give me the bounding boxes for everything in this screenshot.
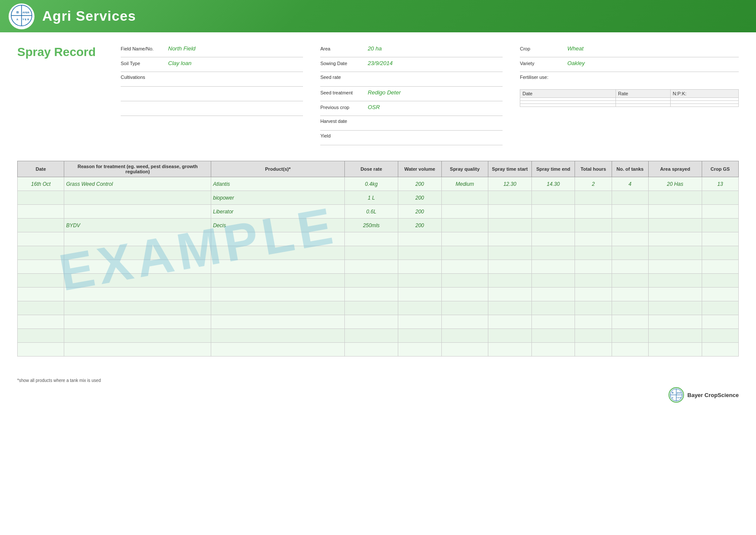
svg-text:AYER: AYER	[677, 392, 681, 394]
table-row	[18, 288, 739, 301]
table-row: BYDVDecis250mls200	[18, 219, 739, 232]
col-dose: Dose rate	[345, 161, 398, 177]
spray-record-title: Spray Record	[17, 45, 103, 59]
crop-label: Crop	[520, 46, 567, 51]
sowing-date-row: Sowing Date 23/9/2014	[320, 60, 503, 72]
col-product: Product(s)*	[211, 161, 345, 177]
field-name-value: North Field	[168, 45, 196, 52]
cultivations-row: Cultivations	[121, 75, 303, 87]
sowing-date-value: 23/9/2014	[368, 60, 393, 66]
svg-text:Y E R: Y E R	[22, 18, 29, 21]
spray-table-wrapper: EXAMPLE Date Reason for treatment (eg. w…	[17, 161, 739, 357]
fertiliser-label: Fertiliser use:	[520, 75, 567, 80]
table-row	[18, 246, 739, 260]
spray-record-header: Spray Record Field Name/No. North Field …	[17, 45, 739, 148]
blank-row-1	[121, 89, 303, 101]
form-grid: Field Name/No. North Field Soil Type Cla…	[121, 45, 739, 148]
table-row	[18, 315, 739, 329]
svg-text:A: A	[16, 18, 19, 21]
footer-logo-area: B AYER A Y E R Bayer CropScience	[0, 383, 756, 407]
previous-crop-label: Previous crop	[320, 105, 368, 110]
field-name-label: Field Name/No.	[121, 46, 168, 51]
table-row	[18, 274, 739, 288]
soil-type-value: Clay loan	[168, 60, 191, 66]
previous-crop-value: OSR	[368, 104, 380, 110]
fertiliser-title-row: Fertiliser use:	[520, 75, 739, 87]
table-header-row: Date Reason for treatment (eg. weed, pes…	[18, 161, 739, 177]
area-label: Area	[320, 46, 368, 51]
col-reason: Reason for treatment (eg. weed, pest dis…	[64, 161, 211, 177]
main-content: Spray Record Field Name/No. North Field …	[0, 32, 756, 365]
table-row	[18, 329, 739, 343]
soil-type-row: Soil Type Clay loan	[121, 60, 303, 72]
table-row	[18, 301, 739, 315]
harvest-date-row: Harvest date	[320, 119, 503, 131]
col-start: Spray time start	[488, 161, 532, 177]
variety-value: Oakley	[567, 60, 584, 66]
crop-row: Crop Wheat	[520, 45, 739, 57]
area-value: 20 ha	[368, 45, 382, 52]
cultivations-label: Cultivations	[121, 75, 168, 80]
area-row: Area 20 ha	[320, 45, 503, 57]
svg-text:A: A	[672, 397, 673, 399]
footer-note: *show all products where a tank mix is u…	[0, 378, 756, 383]
bayer-logo-text: B AYER A Y E R	[11, 5, 32, 28]
crop-value: Wheat	[567, 45, 584, 52]
variety-label: Variety	[520, 61, 567, 66]
fert-row	[520, 104, 739, 107]
footer-bayer-logo: B AYER A Y E R	[669, 387, 684, 403]
seed-rate-label: Seed rate	[320, 75, 368, 80]
fert-row	[520, 98, 739, 101]
table-row: Liberator0.6L200	[18, 205, 739, 219]
table-row: biopower1 L200	[18, 191, 739, 205]
form-col-1: Field Name/No. North Field Soil Type Cla…	[121, 45, 303, 148]
col-water: Water volume	[398, 161, 441, 177]
col-cropgs: Crop GS	[702, 161, 738, 177]
col-quality: Spray quality	[441, 161, 488, 177]
svg-text:B: B	[16, 10, 19, 14]
seed-treatment-label: Seed treatment	[320, 90, 368, 95]
col-date: Date	[18, 161, 64, 177]
footnote-text: *show all products where a tank mix is u…	[17, 378, 101, 383]
seed-treatment-row: Seed treatment Redigo Deter	[320, 89, 503, 101]
fertiliser-table: Date Rate N:P:K:	[520, 89, 739, 107]
col-tanks: No. of tanks	[612, 161, 648, 177]
spray-table: Date Reason for treatment (eg. weed, pes…	[17, 161, 739, 357]
seed-treatment-value: Redigo Deter	[368, 89, 401, 96]
blank-row-2	[121, 104, 303, 116]
soil-type-label: Soil Type	[121, 61, 168, 66]
col-hours: Total hours	[575, 161, 612, 177]
variety-row: Variety Oakley	[520, 60, 739, 72]
previous-crop-row: Previous crop OSR	[320, 104, 503, 116]
svg-text:Y E R: Y E R	[677, 397, 681, 399]
table-row: 16th OctGrass Weed ControlAtlantis0.4kg2…	[18, 177, 739, 191]
svg-text:AYER: AYER	[22, 11, 30, 14]
field-name-row: Field Name/No. North Field	[121, 45, 303, 57]
table-row	[18, 260, 739, 274]
header: B AYER A Y E R Agri Services	[0, 0, 756, 32]
yield-row: Yield	[320, 133, 503, 145]
table-row	[18, 343, 739, 357]
fert-row	[520, 101, 739, 104]
form-col-3: Crop Wheat Variety Oakley Fertiliser use…	[520, 45, 739, 148]
table-row	[18, 232, 739, 246]
yield-label: Yield	[320, 133, 368, 138]
harvest-date-label: Harvest date	[320, 119, 368, 124]
sowing-date-label: Sowing Date	[320, 61, 368, 66]
col-area: Area sprayed	[648, 161, 702, 177]
header-title: Agri Services	[42, 8, 136, 24]
form-col-2: Area 20 ha Sowing Date 23/9/2014 Seed ra…	[320, 45, 503, 148]
svg-text:B: B	[672, 391, 674, 394]
col-end: Spray time end	[531, 161, 575, 177]
bayer-logo: B AYER A Y E R	[9, 3, 34, 29]
seed-rate-row: Seed rate	[320, 75, 503, 87]
brand-name: Bayer CropScience	[687, 392, 739, 398]
